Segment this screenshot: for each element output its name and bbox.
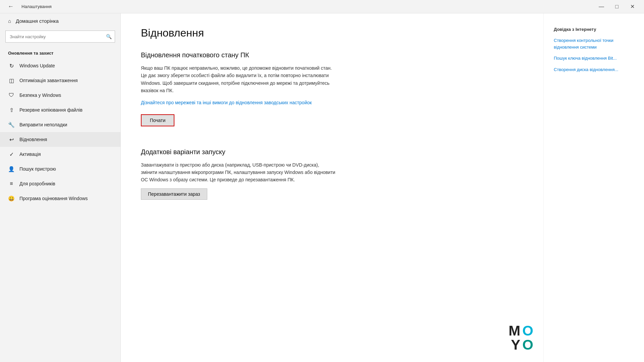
moyo-row-2: Y O [511, 338, 533, 352]
help-link-2[interactable]: Пошук ключа відновлення Bit... [554, 55, 634, 62]
help-link-1[interactable]: Створення контрольної точки відновлення … [554, 37, 634, 50]
titlebar-title: Налаштування [21, 4, 52, 9]
titlebar-left: ← Налаштування [4, 0, 52, 13]
sidebar-home-item[interactable]: ⌂ Домашня сторінка [0, 13, 120, 28]
help-link-3[interactable]: Створення диска відновлення... [554, 66, 634, 73]
sidebar-item-label: Активація [19, 152, 41, 157]
titlebar: ← Налаштування — □ ✕ [0, 0, 644, 13]
moyo-letter-m: M [508, 324, 520, 338]
sidebar-item-windows-update[interactable]: ↻ Windows Update [0, 58, 120, 73]
sidebar-item-windows-security[interactable]: 🛡 Безпека у Windows [0, 88, 120, 103]
sidebar-item-label: Пошук пристрою [19, 166, 56, 172]
sidebar-item-label: Резервне копіювання файлів [19, 107, 83, 113]
sidebar-item-label: Windows Update [19, 63, 55, 68]
find-device-icon: 👤 [8, 166, 15, 172]
sidebar-item-troubleshoot[interactable]: 🔧 Виправити неполадки [0, 117, 120, 132]
sidebar-item-feedback[interactable]: 😀 Програма оцінювання Windows [0, 191, 120, 206]
sidebar-search-container: 🔍 [5, 31, 115, 43]
sidebar-item-developer[interactable]: ≡ Для розробників [0, 176, 120, 191]
home-icon: ⌂ [8, 18, 11, 24]
search-input[interactable] [5, 31, 115, 43]
recovery-icon: ↩ [8, 136, 15, 143]
sidebar-item-recovery[interactable]: ↩ Відновлення [0, 132, 120, 147]
sidebar-item-label: Виправити неполадки [19, 122, 67, 127]
reset-section-title: Відновлення початкового стану ПК [141, 51, 523, 59]
page-title: Відновлення [141, 27, 523, 39]
sidebar-item-find-device[interactable]: 👤 Пошук пристрою [0, 162, 120, 176]
moyo-row-1: M O [508, 324, 533, 338]
help-title: Довідка з Інтернету [554, 27, 634, 32]
sidebar: ⌂ Домашня сторінка 🔍 Оновлення та захист… [0, 13, 121, 362]
developer-icon: ≡ [8, 180, 15, 187]
activation-icon: ✓ [8, 151, 15, 158]
backup-icon: ⇧ [8, 107, 15, 113]
reset-description: Якщо ваш ПК працює неправильно, можливо,… [141, 64, 335, 95]
delivery-optimization-icon: ◫ [8, 77, 15, 84]
sidebar-item-label: Для розробників [19, 181, 55, 186]
home-label: Домашня сторінка [16, 18, 59, 24]
moyo-letter-y: Y [511, 338, 520, 352]
moyo-letter-o1: O [522, 324, 533, 338]
app-body: ⌂ Домашня сторінка 🔍 Оновлення та захист… [0, 13, 644, 362]
sidebar-item-label: Програма оцінювання Windows [19, 196, 88, 201]
restart-now-button[interactable]: Перезавантажити зараз [141, 188, 207, 200]
sidebar-item-activation[interactable]: ✓ Активація [0, 147, 120, 162]
feedback-icon: 😀 [8, 195, 15, 202]
back-button[interactable]: ← [4, 0, 17, 13]
search-icon: 🔍 [106, 34, 112, 39]
troubleshoot-icon: 🔧 [8, 121, 15, 128]
close-button[interactable]: ✕ [625, 0, 640, 13]
start-reset-button[interactable]: Почати [141, 114, 174, 126]
minimize-button[interactable]: — [594, 0, 609, 13]
sidebar-item-backup[interactable]: ⇧ Резервне копіювання файлів [0, 103, 120, 117]
advanced-description: Завантажувати із пристрою або диска (нап… [141, 161, 335, 184]
maximize-button[interactable]: □ [609, 0, 625, 13]
reset-learn-more-link[interactable]: Дізнайтеся про мережеві та інші вимоги д… [141, 99, 312, 106]
sidebar-item-label: Безпека у Windows [19, 93, 61, 98]
advanced-section-title: Додаткові варіанти запуску [141, 148, 523, 156]
titlebar-controls: — □ ✕ [594, 0, 640, 13]
main-content: Відновлення Відновлення початкового стан… [121, 13, 543, 362]
sidebar-item-label: Оптимізація завантаження [19, 78, 77, 83]
sidebar-item-label: Відновлення [19, 137, 47, 142]
moyo-letter-o2: O [522, 338, 533, 352]
moyo-logo: M O Y O [508, 324, 533, 352]
help-panel: Довідка з Інтернету Створення контрольно… [543, 13, 644, 362]
security-icon: 🛡 [8, 92, 15, 99]
section-divider [141, 137, 523, 137]
sidebar-section-title: Оновлення та захист [0, 48, 120, 58]
windows-update-icon: ↻ [8, 62, 15, 69]
sidebar-item-delivery-optimization[interactable]: ◫ Оптимізація завантаження [0, 73, 120, 88]
